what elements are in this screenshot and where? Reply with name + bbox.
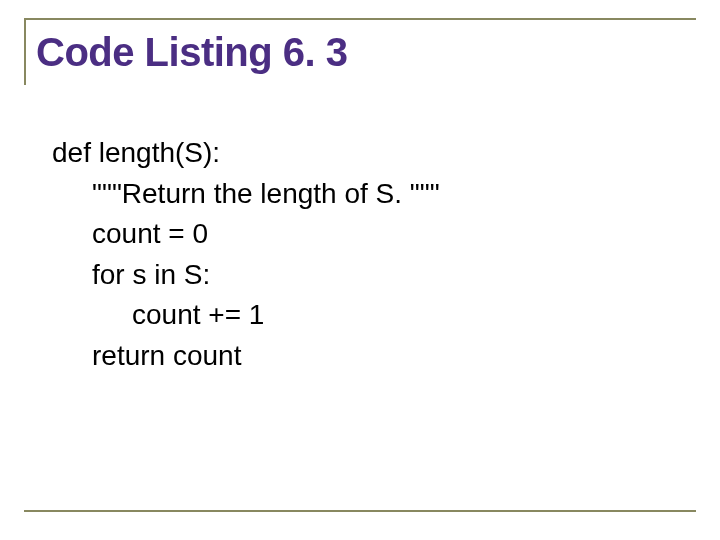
code-line-docstring: """Return the length of S. """ <box>52 174 696 215</box>
code-line-init: count = 0 <box>52 214 696 255</box>
code-line-def: def length(S): <box>52 133 696 174</box>
code-line-increment: count += 1 <box>52 295 696 336</box>
code-line-for: for s in S: <box>52 255 696 296</box>
code-listing: def length(S): """Return the length of S… <box>24 133 696 377</box>
code-line-return: return count <box>52 336 696 377</box>
slide: Code Listing 6. 3 def length(S): """Retu… <box>0 0 720 540</box>
footer-divider <box>24 510 696 512</box>
slide-title: Code Listing 6. 3 <box>36 30 696 75</box>
title-container: Code Listing 6. 3 <box>24 18 696 85</box>
